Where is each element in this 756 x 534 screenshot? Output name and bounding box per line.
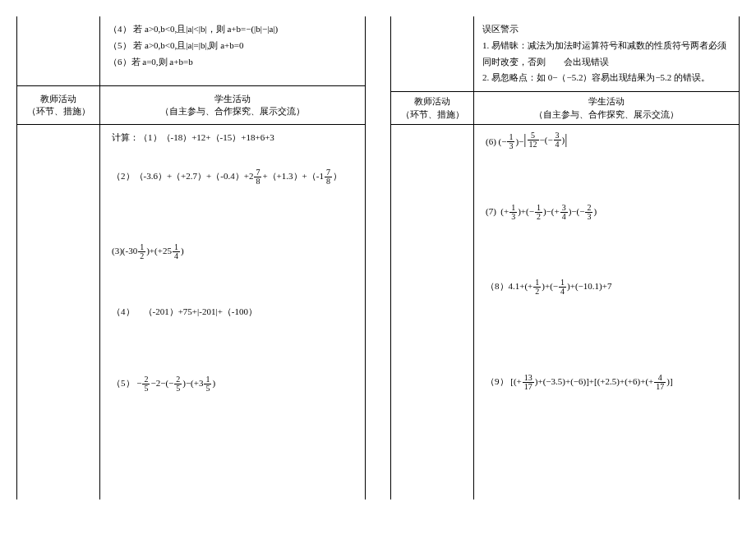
p1-label: 计算：（1） xyxy=(112,132,162,142)
p6-frac1: 13 xyxy=(507,133,514,150)
p5-d: ) xyxy=(212,378,215,388)
p7-frac2: 12 xyxy=(535,204,542,221)
rule-4: （4） 若 a>0,b<0,且|a|<|b|，则 a+b=−(|b|−|a|) xyxy=(108,21,357,38)
student-label-2: （自主参与、合作探究、展示交流） xyxy=(479,108,734,121)
p7-a: (+ xyxy=(500,206,509,216)
problem-3: (3)(-3012)+(+2514) xyxy=(108,243,357,260)
p6-b: )− xyxy=(515,136,523,145)
p7-b: )+(− xyxy=(518,206,534,216)
p8-b: )+(− xyxy=(542,281,558,291)
p8-frac2: 14 xyxy=(559,279,566,296)
left-problems: 计算：（1）（-18）+12+（-15）+18+6+3 （2）（-3.6）+（+… xyxy=(100,124,366,499)
p6-frac3: 34 xyxy=(554,131,561,149)
p3-c: ) xyxy=(181,246,184,255)
left-top-empty xyxy=(17,16,100,86)
left-header-teacher: 教师活动 （环节、措施） xyxy=(17,86,100,125)
student-label-1: 学生活动 xyxy=(479,95,734,108)
p7-frac1: 13 xyxy=(509,204,517,221)
teacher-label-1: 教师活动 xyxy=(396,95,468,108)
p9-frac2: 417 xyxy=(654,374,666,391)
p5-frac3: 15 xyxy=(204,375,211,393)
left-table: （4） 若 a>0,b<0,且|a|<|b|，则 a+b=−(|b|−|a|) … xyxy=(16,16,366,499)
p8-frac1: 12 xyxy=(533,279,541,296)
warn-line2: 2. 易忽略点：如 0−（−5.2）容易出现结果为−5.2 的错误。 xyxy=(482,70,731,86)
p4-expr: （-201）+75+|-201|+（-100） xyxy=(144,306,258,316)
problem-9: （9） [(+1317)+(−3.5)+(−6)]+[(+2.5)+(+6)+(… xyxy=(482,374,731,391)
teacher-label-1: 教师活动 xyxy=(22,93,94,105)
problem-4: （4） （-201）+75+|-201|+（-100） xyxy=(108,306,357,318)
p9-c: )] xyxy=(666,376,672,386)
p5-c: )−(+3 xyxy=(182,378,203,388)
p3-b: )+(+25 xyxy=(146,246,172,255)
p2-frac2: 78 xyxy=(325,168,332,186)
p7-frac3: 34 xyxy=(560,204,568,221)
warn-line1: 1. 易错昧：减法为加法时运算符号和减数的性质符号两者必须同时改变，否则 会出现… xyxy=(482,38,731,71)
p7-label: (7) xyxy=(486,206,496,216)
problem-6: (6) (−13)−512−(−34) xyxy=(482,131,731,150)
p5-frac1: 25 xyxy=(142,375,150,393)
right-body-empty xyxy=(391,124,474,499)
p7-frac4: 23 xyxy=(585,204,592,221)
p7-d: )−(− xyxy=(569,206,585,216)
left-header-student: 学生活动 （自主参与、合作探究、展示交流） xyxy=(100,86,366,125)
p9-frac1: 1317 xyxy=(523,374,534,391)
p2-w1: 2 xyxy=(249,171,254,181)
problem-7: (7) (+13)+(−12)−(+34)−(−23) xyxy=(482,204,731,221)
p2-b: +（+1.3）+（- xyxy=(262,171,319,181)
student-label-1: 学生活动 xyxy=(105,93,360,105)
warn-title: 误区警示 xyxy=(482,21,731,38)
p4-label: （4） xyxy=(112,306,135,316)
p9-a: [(+ xyxy=(510,376,522,386)
p5-b: −2−(− xyxy=(150,378,173,388)
p2-frac1: 78 xyxy=(254,168,261,186)
p6-frac2: 512 xyxy=(528,131,539,149)
right-problems: (6) (−13)−512−(−34) (7) (+13)+(−12)−(+34… xyxy=(474,124,740,499)
p1-expr: （-18）+12+（-15）+18+6+3 xyxy=(162,132,274,142)
p3-label: (3) xyxy=(112,246,122,255)
p6-abs: 512−(−34) xyxy=(523,131,567,149)
worksheet-page: （4） 若 a>0,b<0,且|a|<|b|，则 a+b=−(|b|−|a|) … xyxy=(16,16,740,499)
right-header-student: 学生活动 （自主参与、合作探究、展示交流） xyxy=(474,92,740,125)
student-label-2: （自主参与、合作探究、展示交流） xyxy=(105,105,360,117)
problem-5: （5） −25−2−(−25)−(+315) xyxy=(108,375,357,393)
problem-2: （2）（-3.6）+（+2.7）+（-0.4）+278+（+1.3）+（-178… xyxy=(108,168,357,186)
p8-label: （8） xyxy=(486,281,509,291)
p8-c: )+(−10.1)+7 xyxy=(567,281,611,291)
rule-6: （6）若 a=0,则 a+b=b xyxy=(108,54,357,71)
p2-c: ） xyxy=(333,171,342,181)
right-table: 误区警示 1. 易错昧：减法为加法时运算符号和减数的性质符号两者必须同时改变，否… xyxy=(390,16,740,499)
p6-a: (− xyxy=(499,136,507,145)
p5-label: （5） xyxy=(112,378,135,388)
right-header-teacher: 教师活动 （环节、措施） xyxy=(391,92,474,125)
p7-c: )−(+ xyxy=(543,206,560,216)
p2-w2: 1 xyxy=(319,171,324,181)
p3-a: (-30 xyxy=(122,246,137,255)
left-top-rules: （4） 若 a>0,b<0,且|a|<|b|，则 a+b=−(|b|−|a|) … xyxy=(100,16,366,86)
p9-b: )+(−3.5)+(−6)]+[(+2.5)+(+6)+(+ xyxy=(535,376,654,386)
p6-d: ) xyxy=(562,135,565,145)
p2-a: （-3.6）+（+2.7）+（-0.4）+ xyxy=(135,171,249,181)
p9-label: （9） xyxy=(486,376,509,386)
warning-box: 误区警示 1. 易错昧：减法为加法时运算符号和减数的性质符号两者必须同时改变，否… xyxy=(474,16,740,92)
p7-e: ) xyxy=(593,206,597,216)
left-body-empty xyxy=(17,124,100,499)
rule-5: （5） 若 a>0,b<0,且|a|=|b|,则 a+b=0 xyxy=(108,38,357,54)
teacher-label-2: （环节、措施） xyxy=(22,105,94,117)
p3-frac2: 14 xyxy=(173,243,180,260)
right-top-empty xyxy=(391,16,474,92)
problem-8: （8）4.1+(+12)+(−14)+(−10.1)+7 xyxy=(482,279,731,296)
p2-label: （2） xyxy=(112,171,135,181)
p8-a: 4.1+(+ xyxy=(509,281,533,291)
teacher-label-2: （环节、措施） xyxy=(396,108,468,121)
p6-c: −(− xyxy=(540,135,553,145)
p5-a: − xyxy=(136,378,141,388)
p3-frac1: 12 xyxy=(138,243,145,260)
p5-frac2: 25 xyxy=(174,375,182,393)
problem-1: 计算：（1）（-18）+12+（-15）+18+6+3 xyxy=(108,131,357,144)
p6-label: (6) xyxy=(486,136,496,145)
